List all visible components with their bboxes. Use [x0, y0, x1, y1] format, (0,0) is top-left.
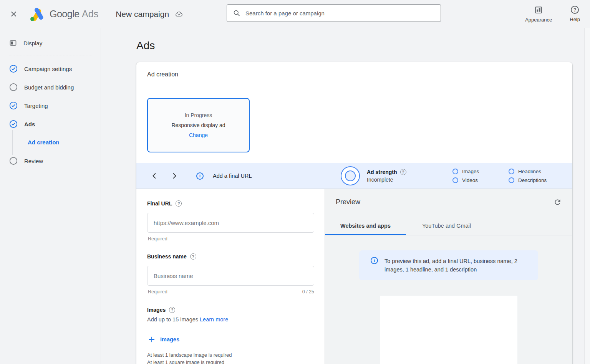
info-icon: i [371, 257, 378, 264]
sidebar-subitem-label: Ad creation [28, 139, 60, 146]
ad-tile-section: In Progress Responsive display ad Change [136, 87, 572, 163]
help-label: Help [570, 17, 580, 22]
chevron-left-icon[interactable] [150, 172, 159, 180]
sidebar-item-budget-bidding[interactable]: Budget and bidding [0, 78, 101, 96]
google-ads-logo-icon [29, 6, 45, 22]
appearance-icon [534, 6, 543, 14]
main-content: Ads Ad creation In Progress Responsive d… [101, 28, 590, 364]
plus-icon [148, 336, 156, 343]
top-app-bar: Google Ads New campaign Appearance [0, 0, 590, 28]
responsive-display-ad-tile[interactable]: In Progress Responsive display ad Change [147, 98, 250, 152]
ad-status: In Progress [185, 111, 212, 120]
check-circle-icon [9, 101, 18, 110]
help-button[interactable]: ? Help [570, 6, 580, 22]
help-circle-icon[interactable]: ? [169, 307, 175, 313]
close-icon[interactable] [10, 10, 18, 18]
card-title: Ad creation [136, 62, 572, 87]
business-name-helper: Required [147, 289, 167, 295]
add-images-button[interactable]: Images [147, 335, 180, 344]
business-name-label: Business name [147, 253, 187, 260]
asset-images: Images [452, 169, 495, 174]
sidebar-item-label: Ads [24, 121, 35, 127]
brand-text-google: Google [50, 8, 80, 19]
help-circle-icon[interactable]: ? [176, 200, 182, 207]
sidebar-item-label: Targeting [24, 103, 48, 109]
sidebar-item-review[interactable]: Review [0, 152, 101, 170]
status-circle-icon [509, 177, 514, 183]
asset-status-list: Images Videos Headlines [452, 169, 551, 183]
preview-notice: i To preview this ad, add a final URL, b… [359, 250, 538, 280]
ad-strength-label: Ad strength [367, 169, 397, 175]
sidebar-item-targeting[interactable]: Targeting [0, 96, 101, 115]
asset-label: Images [462, 169, 479, 174]
status-circle-icon [452, 169, 458, 174]
images-subtitle: Add up to 15 images [147, 316, 198, 323]
status-circle-icon [509, 169, 514, 174]
ad-creation-card: Ad creation In Progress Responsive displ… [136, 62, 572, 364]
ad-navigation-toolbar: i Add a final URL Ad strength ? Incomple… [136, 163, 572, 189]
check-circle-icon [9, 120, 18, 128]
preview-notice-text: To preview this ad, add a final URL, bus… [384, 257, 527, 274]
preview-panel: Preview Websites and apps YouTube and Gm… [325, 189, 572, 364]
asset-label: Headlines [518, 169, 541, 174]
sidebar-item-campaign-settings[interactable]: Campaign settings [0, 60, 101, 78]
square-requirement: At least 1 square image is required [147, 359, 314, 364]
display-icon [9, 39, 17, 47]
campaign-title: New campaign [116, 10, 169, 19]
refresh-icon[interactable] [554, 198, 562, 206]
asset-label: Descriptions [518, 177, 547, 183]
toolbar-message: Add a final URL [213, 173, 252, 179]
change-link[interactable]: Change [189, 131, 208, 140]
campaign-steps-sidebar: Display Campaign settings Budget and bid… [0, 28, 101, 364]
sidebar-divider [9, 56, 91, 56]
help-circle-icon[interactable]: ? [400, 169, 406, 175]
empty-circle-icon [9, 157, 18, 165]
appearance-label: Appearance [525, 17, 552, 23]
learn-more-link[interactable]: Learn more [200, 316, 228, 323]
preview-tabs: Websites and apps YouTube and Gmail [325, 223, 572, 235]
asset-headlines: Headlines [509, 169, 551, 174]
final-url-input[interactable] [147, 213, 314, 233]
cloud-saved-icon [175, 10, 183, 18]
global-search[interactable] [227, 4, 441, 22]
check-circle-icon [9, 65, 18, 73]
search-input[interactable] [245, 10, 435, 17]
asset-videos: Videos [452, 177, 495, 183]
final-url-label: Final URL [147, 200, 172, 207]
info-icon: i [196, 172, 204, 180]
page-title: Ads [136, 40, 572, 52]
landscape-requirement: At least 1 landscape image is required [147, 351, 314, 359]
search-icon [233, 9, 240, 17]
ad-form-panel: Final URL ? Required Business name ? [136, 189, 325, 364]
status-circle-icon [452, 177, 458, 183]
ad-preview-placeholder [380, 296, 517, 364]
tab-websites-and-apps[interactable]: Websites and apps [325, 223, 406, 235]
final-url-helper: Required [147, 236, 167, 242]
topbar-divider [107, 6, 107, 22]
sidebar-item-display[interactable]: Display [0, 34, 101, 52]
scrollbar-track[interactable] [584, 28, 590, 364]
ad-strength-widget: Ad strength ? Incomplete [341, 166, 406, 185]
sidebar-item-label: Review [24, 158, 43, 164]
chevron-right-icon[interactable] [170, 172, 179, 180]
help-circle-icon[interactable]: ? [190, 253, 196, 260]
empty-circle-icon [9, 83, 18, 91]
preview-title: Preview [336, 198, 360, 206]
ad-strength-value: Incomplete [367, 177, 406, 183]
sidebar-item-label: Display [23, 40, 42, 46]
tab-youtube-and-gmail[interactable]: YouTube and Gmail [406, 223, 487, 235]
asset-label: Videos [462, 177, 478, 183]
google-ads-brand[interactable]: Google Ads [29, 6, 98, 22]
sidebar-item-ads[interactable]: Ads [0, 115, 101, 133]
sidebar-item-label: Campaign settings [24, 66, 72, 72]
sidebar-item-ad-creation[interactable]: Ad creation [0, 133, 101, 152]
ad-strength-gauge-icon [341, 166, 360, 185]
images-label: Images [147, 307, 166, 313]
brand-text-ads: Ads [82, 8, 98, 19]
appearance-button[interactable]: Appearance [525, 6, 552, 23]
asset-descriptions: Descriptions [509, 177, 551, 183]
help-icon: ? [571, 6, 579, 14]
business-name-input[interactable] [147, 266, 314, 286]
sidebar-item-label: Budget and bidding [24, 84, 74, 91]
character-counter: 0 / 25 [302, 289, 314, 295]
